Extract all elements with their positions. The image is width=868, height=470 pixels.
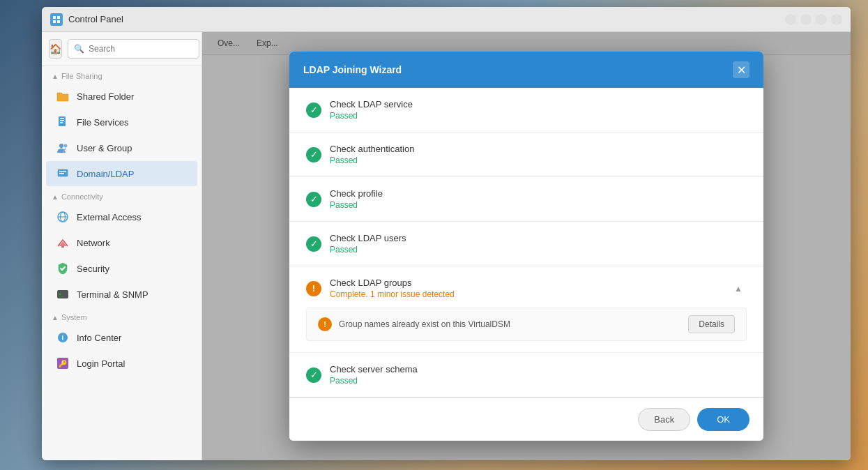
check-status-ldap-users: Passed: [330, 245, 747, 255]
section-label-connectivity: Connectivity: [61, 192, 103, 201]
terminal-snmp-icon: >_: [56, 287, 70, 301]
check-name-profile: Check profile: [330, 188, 747, 199]
check-item-header-authentication: ✓ Check authentication Passed: [306, 144, 747, 165]
search-icon: 🔍: [74, 44, 84, 54]
details-button-ldap-groups[interactable]: Details: [688, 315, 735, 333]
dialog-footer: Back OK: [289, 397, 763, 441]
search-box[interactable]: 🔍: [68, 39, 199, 59]
ok-button[interactable]: OK: [697, 408, 749, 431]
svg-rect-2: [53, 20, 56, 23]
check-name-ldap-users: Check LDAP users: [330, 233, 747, 243]
sidebar-item-label-login-portal: Login Portal: [77, 358, 125, 369]
check-name-server-schema: Check server schema: [330, 364, 747, 374]
dialog-overlay: LDAP Joining Wizard ✕ ✓ Check LDAP servi…: [202, 32, 851, 460]
sidebar-item-label-terminal-snmp: Terminal & SNMP: [77, 289, 149, 300]
sidebar-item-label-shared-folder: Shared Folder: [77, 91, 134, 102]
check-item-header-profile: ✓ Check profile Passed: [306, 188, 747, 210]
check-content-ldap-service: Check LDAP service Passed: [330, 99, 747, 121]
svg-text:i: i: [62, 334, 64, 342]
check-item-ldap-service: ✓ Check LDAP service Passed: [289, 88, 763, 132]
svg-rect-3: [57, 20, 60, 23]
back-button[interactable]: Back: [638, 408, 690, 431]
user-group-icon: [56, 141, 70, 155]
check-success-icon-profile: ✓: [306, 192, 321, 207]
ldap-wizard-dialog: LDAP Joining Wizard ✕ ✓ Check LDAP servi…: [289, 52, 763, 441]
sidebar-item-terminal-snmp[interactable]: >_ Terminal & SNMP: [46, 282, 197, 307]
dialog-body: ✓ Check LDAP service Passed ✓: [289, 88, 763, 397]
collapse-icon-file-sharing: ▲: [52, 73, 59, 80]
check-warning-icon-ldap-groups: !: [306, 281, 321, 296]
svg-rect-12: [59, 173, 64, 174]
control-panel-window: Control Panel ? — ⬜ ✕ 🏠 🔍 ▲ File Sharing: [42, 7, 851, 460]
sidebar-item-info-center[interactable]: i Info Center: [46, 325, 197, 350]
check-item-header-ldap-users: ✓ Check LDAP users Passed: [306, 233, 747, 255]
window-app-icon: [50, 13, 63, 26]
network-icon: [56, 236, 70, 250]
check-name-authentication: Check authentication: [330, 144, 747, 154]
check-name-ldap-groups: Check LDAP groups: [330, 278, 722, 288]
window-content: 🏠 🔍 ▲ File Sharing Shared Folder: [42, 32, 851, 460]
check-content-authentication: Check authentication Passed: [330, 144, 747, 165]
check-item-header-ldap-groups: ! Check LDAP groups Complete. 1 minor is…: [306, 278, 747, 299]
window-help-button[interactable]: ?: [785, 14, 796, 25]
home-button[interactable]: 🏠: [49, 39, 62, 59]
section-label-file-sharing: File Sharing: [61, 72, 102, 80]
check-status-profile: Passed: [330, 200, 747, 210]
window-minimize-button[interactable]: —: [800, 14, 812, 25]
sidebar-item-file-services[interactable]: File Services: [46, 109, 197, 135]
main-content-area: Ove... Exp... LDAP Joining Wizard ✕: [202, 32, 851, 460]
svg-rect-0: [53, 16, 56, 19]
sidebar-item-user-group[interactable]: User & Group: [46, 135, 197, 160]
sidebar-item-label-external-access: External Access: [77, 212, 142, 222]
check-status-authentication: Passed: [330, 156, 747, 165]
svg-rect-6: [60, 120, 64, 121]
check-success-icon-authentication: ✓: [306, 147, 321, 162]
check-status-ldap-groups: Complete. 1 minor issue detected: [330, 289, 722, 299]
check-collapse-button-ldap-groups[interactable]: ▲: [730, 282, 747, 295]
file-services-icon: [56, 115, 70, 129]
sidebar-item-network[interactable]: Network: [46, 230, 197, 255]
sidebar-item-security[interactable]: Security: [46, 256, 197, 281]
sidebar-item-domain-ldap[interactable]: Domain/LDAP: [46, 161, 197, 186]
section-header-system: ▲ System: [42, 308, 201, 324]
window-close-button[interactable]: ✕: [831, 14, 842, 25]
check-item-ldap-users: ✓ Check LDAP users Passed: [289, 222, 763, 266]
svg-point-9: [64, 144, 68, 148]
svg-point-8: [59, 144, 63, 148]
sidebar-item-label-file-services: File Services: [77, 117, 128, 128]
external-access-icon: [56, 210, 70, 224]
check-detail-message: Group names already exist on this Virtua…: [339, 319, 681, 329]
dialog-close-button[interactable]: ✕: [733, 61, 749, 78]
sidebar-item-login-portal[interactable]: 🔑 Login Portal: [46, 351, 197, 376]
info-center-icon: i: [56, 331, 70, 344]
window-maximize-button[interactable]: ⬜: [816, 14, 827, 25]
sidebar-item-label-domain-ldap: Domain/LDAP: [77, 169, 134, 179]
dialog-header: LDAP Joining Wizard ✕: [289, 52, 763, 88]
sidebar-item-label-network: Network: [77, 238, 110, 248]
domain-ldap-icon: [56, 167, 70, 181]
svg-rect-11: [59, 171, 66, 172]
check-content-profile: Check profile Passed: [330, 188, 747, 210]
check-success-icon-ldap-users: ✓: [306, 236, 321, 252]
section-header-connectivity: ▲ Connectivity: [42, 187, 201, 204]
check-success-icon-ldap-service: ✓: [306, 103, 321, 118]
svg-rect-16: [61, 246, 64, 248]
sidebar-item-label-user-group: User & Group: [77, 143, 132, 153]
sidebar-item-shared-folder[interactable]: Shared Folder: [46, 84, 197, 109]
svg-rect-7: [60, 122, 63, 123]
security-icon: [56, 261, 70, 275]
svg-rect-1: [57, 16, 60, 19]
check-content-ldap-groups: Check LDAP groups Complete. 1 minor issu…: [330, 278, 722, 299]
section-label-system: System: [61, 313, 87, 321]
svg-text:🔑: 🔑: [59, 359, 68, 368]
sidebar-item-external-access[interactable]: External Access: [46, 204, 197, 229]
check-item-authentication: ✓ Check authentication Passed: [289, 132, 763, 177]
shared-folder-icon: [56, 89, 70, 103]
check-success-icon-server-schema: ✓: [306, 367, 321, 383]
search-input[interactable]: [89, 44, 193, 54]
window-title: Control Panel: [68, 14, 785, 24]
svg-text:>_: >_: [59, 291, 64, 297]
check-item-header-server-schema: ✓ Check server schema Passed: [306, 364, 747, 386]
collapse-icon-connectivity: ▲: [52, 193, 59, 201]
check-name-ldap-service: Check LDAP service: [330, 99, 747, 109]
